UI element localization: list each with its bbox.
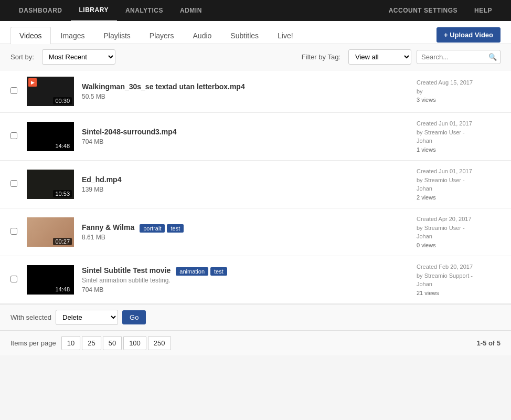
video-meta-2: Created Jun 01, 2017 by Streamio User - … [417,119,501,154]
per-page-100[interactable]: 100 [123,336,146,350]
tag-test-5[interactable]: test [210,267,227,276]
video-duration-4: 00:27 [53,238,72,245]
video-thumbnail-4[interactable]: 00:27 [27,217,74,247]
video-thumbnail-1[interactable]: ▶ 00:30 [27,77,74,106]
video-meta-5: Created Feb 20, 2017 by Streamio Support… [417,262,501,297]
bottom-action-bar: With selected Delete Add to playlist Exp… [0,304,511,330]
video-tags-4: portrait test [140,224,184,233]
video-tags-5: animation test [176,267,227,276]
video-views-4: 0 views [417,241,501,250]
video-filesize-5: 704 MB [82,286,409,293]
sort-select[interactable]: Most Recent Oldest A-Z Z-A [42,49,115,65]
nav-library[interactable]: LIBRARY [71,0,117,22]
video-title-5[interactable]: Sintel Subtitle Test movie [82,266,171,275]
video-author-name-4: Johan [417,232,501,241]
search-icon: 🔍 [488,53,497,61]
video-filesize-3: 139 MB [82,186,409,193]
video-list: ▶ 00:30 Walkingman_30s_se textad utan le… [0,70,511,304]
tab-audio[interactable]: Audio [184,27,221,44]
table-row: ▶ 00:30 Walkingman_30s_se textad utan le… [0,70,511,113]
sub-nav: Videos Images Playlists Players Audio Su… [0,21,511,44]
table-row: 10:53 Ed_hd.mp4 139 MB Created Jun 01, 2… [0,161,511,208]
video-author-1: by [417,87,501,96]
row-checkbox-4[interactable] [10,228,19,236]
search-input[interactable] [417,50,501,64]
tag-portrait[interactable]: portrait [140,224,165,233]
tab-live[interactable]: Live! [269,27,302,44]
video-info-1: Walkingman_30s_se textad utan letterbox.… [82,82,409,100]
video-title-3[interactable]: Ed_hd.mp4 [82,175,409,184]
per-page-10[interactable]: 10 [61,336,80,350]
video-title-4[interactable]: Fanny & Wilma [82,223,134,232]
table-row: 00:27 Fanny & Wilma portrait test 8.61 M… [0,208,511,256]
per-page-250[interactable]: 250 [148,336,171,350]
video-info-2: Sintel-2048-surround3.mp4 704 MB [82,128,409,145]
video-info-5: Sintel Subtitle Test movie animation tes… [82,266,409,293]
bulk-action-select[interactable]: Delete Add to playlist Export [56,310,118,325]
tab-videos[interactable]: Videos [10,27,51,44]
video-created-4: Created Apr 20, 2017 [417,215,501,224]
page-info: 1-5 of 5 [476,339,501,347]
row-checkbox-5[interactable] [10,276,19,284]
items-per-page-label: Items per page [10,339,56,347]
video-created-2: Created Jun 01, 2017 [417,119,501,128]
per-page-50[interactable]: 50 [103,336,122,350]
video-views-2: 1 views [417,145,501,154]
nav-help[interactable]: HELP [466,0,501,21]
video-thumbnail-5[interactable]: 14:48 [27,265,74,295]
video-views-1: 3 views [417,96,501,104]
tag-animation[interactable]: animation [176,267,208,276]
play-icon-1: ▶ [28,78,37,87]
tag-test-4[interactable]: test [167,224,184,233]
video-views-3: 2 views [417,193,501,202]
video-filesize-1: 50.5 MB [82,93,409,100]
nav-analytics[interactable]: ANALYTICS [117,0,172,21]
row-checkbox-3[interactable] [10,180,19,188]
video-thumbnail-2[interactable]: 14:48 [27,122,74,151]
video-duration-1: 00:30 [53,97,72,104]
filter-bar: Sort by: Most Recent Oldest A-Z Z-A Filt… [0,44,511,70]
sort-label: Sort by: [10,53,34,61]
top-nav: DASHBOARD LIBRARY ANALYTICS ADMIN ACCOUN… [0,0,511,21]
video-author-name-3: Johan [417,184,501,193]
nav-admin[interactable]: ADMIN [172,0,210,21]
video-author-4: by Streamio User - [417,224,501,233]
video-author-name-5: Johan [417,280,501,289]
tab-subtitles[interactable]: Subtitles [221,27,268,44]
tab-players[interactable]: Players [141,27,183,44]
video-author-name-2: Johan [417,136,501,145]
row-checkbox-2[interactable] [10,132,19,141]
video-created-5: Created Feb 20, 2017 [417,262,501,271]
upload-video-button[interactable]: + Upload Video [437,27,501,43]
search-wrapper: 🔍 [417,50,501,64]
tab-playlists[interactable]: Playlists [94,27,139,44]
video-thumbnail-3[interactable]: 10:53 [27,170,74,199]
video-title-1[interactable]: Walkingman_30s_se textad utan letterbox.… [82,82,245,91]
video-author-3: by Streamio User - [417,176,501,185]
tag-filter-select[interactable]: View all portrait test animation [348,49,411,65]
video-author-5: by Streamio Support - [417,271,501,280]
main-content: Videos Images Playlists Players Audio Su… [0,21,511,355]
table-row: 14:48 Sintel-2048-surround3.mp4 704 MB C… [0,113,511,161]
nav-dashboard[interactable]: DASHBOARD [10,0,71,21]
video-duration-3: 10:53 [53,190,72,197]
video-meta-3: Created Jun 01, 2017 by Streamio User - … [417,167,501,202]
video-filesize-4: 8.61 MB [82,234,409,241]
video-meta-4: Created Apr 20, 2017 by Streamio User - … [417,215,501,249]
video-duration-5: 14:48 [53,286,72,293]
video-author-2: by Streamio User - [417,128,501,137]
video-duration-2: 14:48 [53,142,72,150]
with-selected-label: With selected [10,313,51,321]
video-created-1: Created Aug 15, 2017 [417,78,501,87]
row-checkbox-1[interactable] [10,87,19,96]
go-button[interactable]: Go [122,310,146,324]
nav-account-settings[interactable]: ACCOUNT SETTINGS [380,0,466,21]
tab-images[interactable]: Images [52,27,94,44]
video-info-3: Ed_hd.mp4 139 MB [82,175,409,193]
per-page-25[interactable]: 25 [82,336,101,350]
video-info-4: Fanny & Wilma portrait test 8.61 MB [82,223,409,241]
video-views-5: 21 views [417,289,501,298]
video-meta-1: Created Aug 15, 2017 by 3 views [417,78,501,104]
video-title-2[interactable]: Sintel-2048-surround3.mp4 [82,128,409,136]
table-row: 14:48 Sintel Subtitle Test movie animati… [0,256,511,304]
